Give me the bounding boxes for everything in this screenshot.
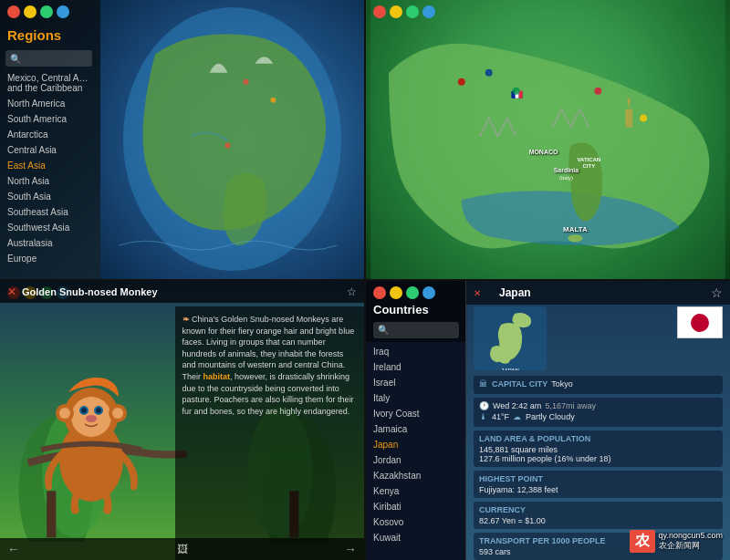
temp-value: 41°F: [492, 412, 509, 421]
country-kuwait[interactable]: Kuwait: [366, 530, 465, 545]
info-btn-1[interactable]: [57, 5, 69, 18]
maximize-btn-4[interactable]: [406, 286, 419, 299]
svg-point-3: [225, 142, 231, 148]
country-israel[interactable]: Israel: [366, 375, 465, 390]
main-grid: Regions Mexico, Central Americaand the C…: [0, 0, 730, 560]
panel-europe-map: MONACO Sardinia (Italy) VATICAN CITY MAL…: [366, 0, 730, 279]
watermark: 农 qy.nongcun5.com 农企新闻网: [630, 530, 723, 553]
minimize-btn-4[interactable]: [390, 286, 402, 299]
monkey-svg: [23, 351, 160, 515]
close-icon-3: ✕: [7, 285, 16, 298]
sidebar-item-north-america[interactable]: North America: [0, 96, 100, 111]
thermometer-icon: 🌡: [479, 412, 488, 421]
cloud-icon: ☁: [513, 412, 522, 421]
japan-star-icon[interactable]: ☆: [711, 285, 723, 300]
window-controls-2: [373, 5, 435, 18]
japan-land-section: LAND AREA & POPULATION 145,881 square mi…: [474, 430, 723, 467]
sidebar-item-south-america[interactable]: South America: [0, 111, 100, 127]
svg-point-18: [458, 78, 465, 86]
country-kenya[interactable]: Kenya: [366, 483, 465, 499]
countries-list: Iraq Ireland Israel Italy Ivory Coast Ja…: [366, 342, 465, 561]
sidebar-item-north-asia[interactable]: North Asia: [0, 173, 100, 189]
maximize-btn-1[interactable]: [40, 5, 53, 18]
japan-map-svg: JAPAN: [474, 306, 547, 370]
svg-point-21: [640, 115, 647, 122]
info-btn-2[interactable]: [422, 5, 435, 18]
japan-flag: [677, 306, 723, 338]
star-icon-3[interactable]: ☆: [347, 285, 357, 298]
currency-label: CURRENCY: [479, 505, 717, 514]
panel-countries-japan: Countries Iraq Ireland Israel Italy Ivor…: [366, 281, 730, 560]
time-value: Wed 2:42 am: [493, 401, 541, 410]
close-btn-2[interactable]: [373, 5, 386, 18]
svg-rect-16: [625, 109, 632, 128]
svg-point-15: [568, 234, 582, 242]
country-jamaica[interactable]: Jamaica: [366, 421, 465, 437]
japan-close-icon: ✕: [474, 288, 481, 298]
sidebar-item-europe[interactable]: Europe: [0, 251, 100, 266]
highest-value: Fujiyama: 12,388 feet: [479, 485, 717, 494]
watermark-site: qy.nongcun5.com: [659, 531, 723, 540]
monkey-title: Golden Snub-nosed Monkey: [22, 286, 158, 297]
monkey-description: ❧ China's Golden Snub-nosed Monkeys are …: [175, 306, 364, 560]
country-japan[interactable]: Japan: [366, 437, 465, 452]
country-kazakhstan[interactable]: Kazakhstan: [366, 468, 465, 483]
globe-svg-1: [100, 0, 364, 279]
info-btn-4[interactable]: [422, 286, 435, 299]
monkey-text-icon: ❧: [182, 315, 193, 324]
country-ireland[interactable]: Ireland: [366, 359, 465, 375]
maximize-btn-2[interactable]: [406, 5, 419, 18]
image-icon[interactable]: 🖼: [177, 543, 188, 555]
svg-point-38: [59, 408, 70, 419]
monkey-header: ✕ Golden Snub-nosed Monkey ☆: [0, 281, 364, 303]
globe-display-1: [100, 0, 364, 279]
japan-time-section: 🕐 Wed 2:42 am 5,167mi away 🌡 41°F ☁ Part…: [474, 398, 723, 427]
watermark-label: 农企新闻网: [659, 540, 723, 552]
country-jordan[interactable]: Jordan: [366, 452, 465, 468]
svg-point-1: [243, 79, 248, 85]
sidebar-item-southwest-asia[interactable]: Southwest Asia: [0, 220, 100, 235]
sidebar-item-central-asia[interactable]: Central Asia: [0, 142, 100, 158]
land-value1: 145,881 square miles: [479, 445, 717, 454]
countries-sidebar: Countries Iraq Ireland Israel Italy Ivor…: [366, 281, 466, 560]
country-iraq[interactable]: Iraq: [366, 344, 465, 359]
svg-text:MONACO: MONACO: [529, 149, 558, 155]
sidebar-item-antarctica[interactable]: Antarctica: [0, 127, 100, 142]
svg-text:JAPAN: JAPAN: [501, 368, 519, 370]
close-btn-4[interactable]: [373, 286, 386, 299]
country-italy[interactable]: Italy: [366, 390, 465, 406]
svg-text:(Italy): (Italy): [559, 175, 573, 181]
watermark-logo: 农: [630, 530, 655, 553]
countries-search[interactable]: [373, 322, 459, 338]
minimize-btn-1[interactable]: [24, 5, 36, 18]
monkey-bottom-nav: ← 🖼 →: [0, 538, 364, 560]
distance-value: 5,167mi away: [545, 401, 596, 410]
regions-search[interactable]: [5, 50, 92, 67]
sidebar-item-australasia[interactable]: Australasia: [0, 235, 100, 251]
weather-condition: Partly Cloudy: [526, 412, 575, 421]
svg-text:CITY: CITY: [583, 163, 596, 169]
sidebar-item-east-asia[interactable]: East Asia: [0, 158, 100, 173]
minimize-btn-2[interactable]: [390, 5, 402, 18]
svg-text:VATICAN: VATICAN: [578, 157, 601, 162]
regions-sidebar: Regions Mexico, Central Americaand the C…: [0, 0, 100, 279]
svg-point-34: [81, 408, 87, 413]
svg-point-22: [594, 88, 601, 95]
japan-capital-section: 🏛 CAPITAL CITY Tokyo: [474, 376, 723, 394]
capital-label: CAPITAL CITY: [492, 379, 548, 389]
svg-point-2: [270, 98, 276, 103]
country-kiribati[interactable]: Kiribati: [366, 499, 465, 514]
next-arrow[interactable]: →: [344, 542, 357, 556]
country-kosovo[interactable]: Kosovo: [366, 514, 465, 530]
sidebar-item-southeast-asia[interactable]: Southeast Asia: [0, 204, 100, 220]
capital-icon: 🏛: [479, 379, 488, 389]
country-ivory-coast[interactable]: Ivory Coast: [366, 406, 465, 421]
monkey-text: ❧ China's Golden Snub-nosed Monkeys are …: [182, 314, 357, 417]
panel-monkey: ✕ Golden Snub-nosed Monkey ☆ ❧ China's G…: [0, 281, 364, 560]
sidebar-item-mexico[interactable]: Mexico, Central Americaand the Caribbean: [0, 70, 100, 96]
flag-circle: [691, 314, 709, 332]
prev-arrow[interactable]: ←: [7, 542, 20, 556]
close-btn-1[interactable]: [7, 5, 20, 18]
sidebar-item-south-asia[interactable]: South Asia: [0, 189, 100, 204]
window-controls-1: [7, 5, 69, 18]
